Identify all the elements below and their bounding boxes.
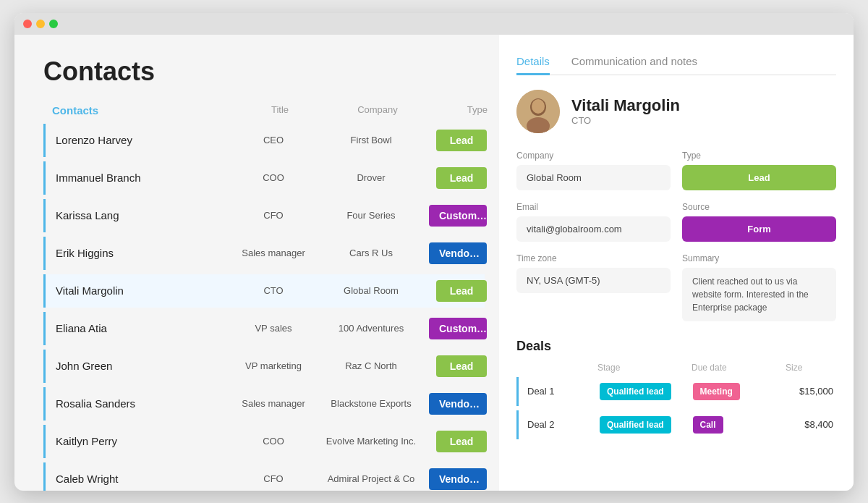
timezone-value: NY, USA (GMT-5) xyxy=(516,268,671,293)
avatar xyxy=(516,90,560,133)
type-badge: Vendo… xyxy=(429,468,487,490)
main-window: Contacts Contacts Title Company Type Lor… xyxy=(14,13,854,491)
contact-name-cell: Lorenzo Harvey xyxy=(46,128,234,153)
email-value: vitali@globalroom.com xyxy=(516,216,671,242)
col-header-contacts: Contacts xyxy=(52,104,240,117)
contact-company-cell: Evolve Marketing Inc. xyxy=(313,436,429,447)
contact-name: Rosalia Sanders xyxy=(56,397,135,410)
type-badge: Custom… xyxy=(429,205,487,227)
table-row[interactable]: Erik Higgins Sales manager Cars R Us Ven… xyxy=(43,237,485,270)
close-button[interactable] xyxy=(23,20,32,28)
contact-title-cell: Sales manager xyxy=(234,398,313,409)
table-row[interactable]: John Green VP marketing Raz C North Lead xyxy=(43,350,485,383)
contact-name: Caleb Wright xyxy=(56,473,118,485)
contact-title-cell: VP sales xyxy=(234,323,313,334)
contact-type-cell: Vendo… xyxy=(429,242,487,264)
deal-due-badge: Call xyxy=(693,416,723,434)
deal-row[interactable]: Deal 1 Qualified lead Meeting $15,000 xyxy=(516,377,836,406)
page-title: Contacts xyxy=(43,56,485,87)
contact-name-cell: Kaitlyn Perry xyxy=(46,429,234,454)
content-area: Contacts Contacts Title Company Type Lor… xyxy=(14,35,854,491)
contact-title-cell: CEO xyxy=(234,135,313,145)
contact-title-cell: COO xyxy=(234,172,313,183)
col-header-title: Title xyxy=(240,104,320,117)
contact-type-cell: Lead xyxy=(429,431,487,452)
type-badge: Custom… xyxy=(429,318,487,339)
deals-section: Deals Stage Due date Size Deal 1 Qualifi… xyxy=(516,339,836,439)
contact-title-cell: CTO xyxy=(234,285,313,296)
contact-company-cell: Blackstone Exports xyxy=(313,398,429,409)
deals-table-header: Stage Due date Size xyxy=(516,363,836,377)
table-header: Contacts Title Company Type xyxy=(43,104,485,121)
contact-type-cell: Vendo… xyxy=(429,393,487,415)
source-label: Source xyxy=(682,202,836,212)
contact-name-cell: Immanuel Branch xyxy=(46,166,234,190)
detail-email: Email vitali@globalroom.com xyxy=(516,202,671,242)
contact-title-cell: CFO xyxy=(234,210,313,221)
contact-company-cell: Admiral Project & Co xyxy=(313,473,429,484)
col-header-type: Type xyxy=(435,104,493,117)
contact-name: Vitali Margolin xyxy=(56,284,124,297)
contact-company-cell: Drover xyxy=(313,172,429,183)
type-badge: Vendo… xyxy=(429,393,487,415)
contact-type-cell: Lead xyxy=(429,355,487,377)
deal-due-cell: Meeting xyxy=(693,383,786,400)
detail-timezone: Time zone NY, USA (GMT-5) xyxy=(516,253,671,321)
contact-type-cell: Lead xyxy=(429,280,487,302)
deals-col-stage: Stage xyxy=(597,363,692,373)
contact-title-cell: COO xyxy=(234,436,313,447)
contact-name-cell: Karissa Lang xyxy=(46,203,234,228)
contact-name-cell: Vitali Margolin xyxy=(46,279,234,303)
contact-name-cell: Eliana Atia xyxy=(46,316,234,341)
table-row[interactable]: Caleb Wright CFO Admiral Project & Co Ve… xyxy=(43,462,485,491)
type-badge: Lead xyxy=(436,431,487,452)
table-row[interactable]: Lorenzo Harvey CEO First Bowl Lead xyxy=(43,124,485,157)
profile-role: CTO xyxy=(571,115,680,126)
table-row[interactable]: Eliana Atia VP sales 100 Adventures Cust… xyxy=(43,312,485,345)
table-row[interactable]: Vitali Margolin CTO Global Room Lead xyxy=(43,274,485,308)
company-label: Company xyxy=(516,151,671,161)
deal-due-badge: Meeting xyxy=(693,383,740,400)
tab-details[interactable]: Details xyxy=(516,49,550,75)
contact-name: Kaitlyn Perry xyxy=(56,435,117,447)
contact-type-cell: Custom… xyxy=(429,318,487,339)
type-badge: Lead xyxy=(436,280,487,302)
contact-name: John Green xyxy=(56,360,112,372)
type-badge: Lead xyxy=(436,130,487,151)
contact-company-cell: Raz C North xyxy=(313,360,429,371)
contact-name: Erik Higgins xyxy=(56,247,114,259)
contact-company-cell: Cars R Us xyxy=(313,248,429,258)
contact-type-cell: Vendo… xyxy=(429,468,487,490)
deal-row[interactable]: Deal 2 Qualified lead Call $8,400 xyxy=(516,410,836,439)
tab-communication[interactable]: Communication and notes xyxy=(571,49,697,75)
profile-info: Vitali Margolin CTO xyxy=(571,96,680,126)
type-badge: Lead xyxy=(436,167,487,189)
table-row[interactable]: Karissa Lang CFO Four Series Custom… xyxy=(43,199,485,232)
source-value: Form xyxy=(682,216,836,242)
table-row[interactable]: Rosalia Sanders Sales manager Blackstone… xyxy=(43,387,485,420)
table-row[interactable]: Kaitlyn Perry COO Evolve Marketing Inc. … xyxy=(43,425,485,458)
minimize-button[interactable] xyxy=(36,20,45,28)
deal-stage-badge: Qualified lead xyxy=(600,383,671,400)
contact-name: Eliana Atia xyxy=(56,322,107,334)
contact-company-cell: Global Room xyxy=(313,285,429,296)
contact-name: Lorenzo Harvey xyxy=(56,134,132,146)
deals-col-due: Due date xyxy=(692,363,786,373)
timezone-label: Time zone xyxy=(516,253,671,263)
maximize-button[interactable] xyxy=(49,20,58,28)
deals-title: Deals xyxy=(516,339,836,354)
type-badge: Lead xyxy=(436,355,487,377)
contact-name-cell: Erik Higgins xyxy=(46,241,234,266)
profile-name: Vitali Margolin xyxy=(571,96,680,115)
contact-name: Karissa Lang xyxy=(56,209,119,221)
contact-type-cell: Custom… xyxy=(429,205,487,227)
type-value: Lead xyxy=(682,165,836,190)
summary-value: Client reached out to us via website for… xyxy=(682,268,836,321)
type-label: Type xyxy=(682,151,836,161)
email-label: Email xyxy=(516,202,671,212)
table-row[interactable]: Immanuel Branch COO Drover Lead xyxy=(43,161,485,195)
contact-company-cell: Four Series xyxy=(313,210,429,221)
right-panel: Details Communication and notes Vitali M… xyxy=(499,35,854,491)
deals-col-size: Size xyxy=(786,363,836,373)
company-value: Global Room xyxy=(516,165,671,190)
